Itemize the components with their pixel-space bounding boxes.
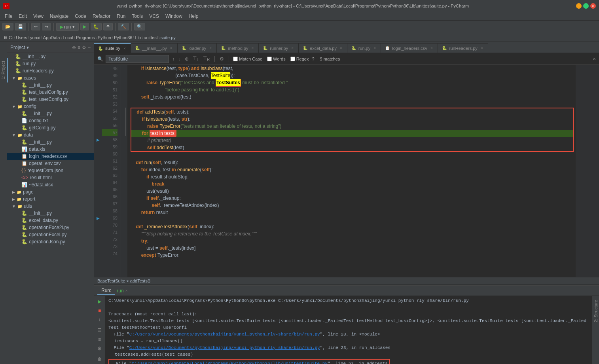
tree-item-reqdata-json[interactable]: { } requestData.json: [7, 167, 94, 174]
tab-excel-data-py[interactable]: 🐍 excel_data.py ×: [299, 43, 347, 53]
tree-item-config-init[interactable]: 🐍 __init__.py: [7, 110, 94, 117]
replace-button[interactable]: ⊤R: [202, 55, 210, 62]
tab-close-exceldata[interactable]: ×: [339, 46, 343, 50]
tree-folder-data[interactable]: ▼ 📁 data: [7, 131, 94, 138]
hide-icon[interactable]: −: [88, 45, 91, 50]
close-button[interactable]: ×: [590, 3, 596, 9]
menu-refactor[interactable]: Refactor: [89, 13, 114, 20]
tab-close-loader[interactable]: ×: [209, 46, 212, 50]
tab-run-py[interactable]: 🐍 run.py ×: [347, 43, 381, 53]
tree-folder-utils[interactable]: ▼ 📁 utils: [7, 203, 94, 210]
maximize-button[interactable]: □: [583, 3, 589, 9]
tab-runheaders-py[interactable]: 🐍 runHeaders.py ×: [438, 43, 488, 53]
words-option[interactable]: Words: [267, 57, 286, 61]
output-link-1[interactable]: C:/Users/yunxi/Documents/pythonzhaijing/…: [129, 332, 320, 337]
run-tab-close[interactable]: ×: [125, 288, 128, 293]
tree-item-opexce2l[interactable]: 🐍 operationExce2l.py: [7, 224, 94, 231]
window-controls[interactable]: − □ ×: [576, 3, 596, 9]
tree-item-excel-data[interactable]: 🐍 excel_data.py: [7, 217, 94, 224]
tab-close-runheaders[interactable]: ×: [480, 46, 484, 50]
menu-tools[interactable]: Tools: [129, 13, 146, 20]
undo-button[interactable]: ↩: [31, 23, 40, 30]
code-content[interactable]: if isinstance(test, type) and issubclass…: [127, 65, 575, 277]
redo-button[interactable]: ↪: [42, 23, 51, 30]
search-everywhere-button[interactable]: 🔍: [134, 23, 145, 30]
next-match-button[interactable]: ↓: [178, 56, 182, 62]
tab-method-py[interactable]: 🐍 method.py ×: [217, 43, 259, 53]
menu-edit[interactable]: Edit: [15, 13, 30, 20]
menu-code[interactable]: Code: [72, 13, 89, 20]
tab-close-logincsv[interactable]: ×: [430, 46, 434, 50]
tab-close-method[interactable]: ×: [250, 46, 254, 50]
tab-login-csv[interactable]: 📋 login_headers.csv ×: [381, 43, 438, 53]
menu-run[interactable]: Run: [114, 13, 129, 20]
tree-folder-config[interactable]: ▼ 📁 config: [7, 103, 94, 110]
minimize-button[interactable]: −: [576, 3, 582, 9]
run-play-button[interactable]: ▶: [96, 298, 104, 305]
filter-button[interactable]: ⊤T: [192, 55, 200, 62]
open-button[interactable]: 📂: [2, 23, 13, 30]
prev-match-button[interactable]: ↑: [171, 56, 175, 62]
tab-close-runner[interactable]: ×: [290, 46, 294, 50]
words-checkbox[interactable]: [267, 57, 272, 61]
search-settings-button[interactable]: ⚙: [219, 56, 225, 62]
run-fold-button[interactable]: ≡: [96, 336, 104, 343]
tree-item-getconfig[interactable]: 🐍 getConfig.py: [7, 124, 94, 131]
scope-icon[interactable]: ⊕: [72, 45, 76, 50]
tree-item-dollar-xlsx[interactable]: 📊 ~$data.xlsx: [7, 181, 94, 188]
tree-item-run[interactable]: 🐍 run.py: [7, 60, 94, 67]
tree-item-data-init[interactable]: 🐍 __init__.py: [7, 138, 94, 146]
tree-item-test-busi[interactable]: 🐍 test_busiConfig.py: [7, 89, 94, 96]
run-tab[interactable]: Run:: [97, 287, 115, 295]
match-case-option[interactable]: Match Case: [233, 57, 262, 61]
tree-item-data-xls[interactable]: 📊 data.xls: [7, 146, 94, 153]
tree-item-opjson[interactable]: 🐍 operationJson.py: [7, 238, 94, 245]
output-link-3[interactable]: C:/Users/yunxi/AppData/Local/Programs/Py…: [132, 361, 328, 364]
tree-item-login-csv[interactable]: 📋 login_headers.csv: [7, 153, 94, 160]
build-button[interactable]: 🔨: [118, 23, 129, 30]
project-tab[interactable]: 1: Project: [0, 58, 8, 82]
tree-item-utils-init[interactable]: 🐍 __init__.py: [7, 210, 94, 217]
regex-checkbox[interactable]: [290, 57, 295, 61]
run-button[interactable]: ▶: [80, 23, 89, 30]
run-scroll-down[interactable]: ↓: [96, 316, 104, 324]
menu-view[interactable]: View: [30, 13, 47, 20]
structure-tab-label[interactable]: 2: Structure: [592, 298, 599, 325]
tree-folder-report[interactable]: ▶ 📁 report: [7, 195, 94, 203]
run-trash-button[interactable]: 🗑: [96, 355, 104, 363]
tab-close-suite[interactable]: ×: [123, 46, 127, 51]
output-link-2[interactable]: C:/Users/yunxi/Documents/pythonzhaijing/…: [129, 345, 320, 350]
run-stop-button[interactable]: ■: [96, 307, 104, 315]
tab-loader-py[interactable]: 🐍 loader.py ×: [178, 43, 217, 53]
tree-item-cases-init[interactable]: 🐍 __init__.py: [7, 82, 94, 89]
tab-runner-py[interactable]: 🐍 runner.py ×: [259, 43, 299, 53]
run-filter-button[interactable]: ☰: [96, 326, 104, 334]
save-all-button[interactable]: 💾: [15, 23, 26, 30]
menu-vcs[interactable]: VCS: [146, 13, 162, 20]
search-input[interactable]: [106, 55, 169, 63]
menu-file[interactable]: File: [2, 13, 15, 20]
tab-close-run[interactable]: ×: [373, 46, 377, 50]
menu-window[interactable]: Window: [162, 13, 186, 20]
collapse-icon[interactable]: ≡: [78, 45, 80, 50]
tree-item-operat-csv[interactable]: 📋 operat_env.csv: [7, 160, 94, 167]
regex-option[interactable]: Regex: [290, 57, 309, 61]
tab-suite-py[interactable]: 🐍 suite.py ×: [94, 43, 131, 53]
tree-item-init[interactable]: 🐍 __init__.py: [7, 53, 94, 60]
search-close-button[interactable]: ×: [593, 56, 596, 62]
run-config-button[interactable]: ▶ run ▼: [56, 23, 79, 31]
tree-item-runheaders[interactable]: 🐍 runHeaders.py: [7, 67, 94, 74]
find-occurrences-button[interactable]: ⊕: [184, 56, 190, 62]
tree-item-config-txt[interactable]: 📄 config.txt: [7, 117, 94, 124]
tab-main-py[interactable]: 🐍 __main__.py ×: [131, 43, 178, 53]
debug-button[interactable]: 🐛: [91, 23, 102, 30]
tree-item-result-html[interactable]: </> result.html: [7, 174, 94, 181]
tree-item-opexcel[interactable]: 🐍 operationExcel.py: [7, 231, 94, 238]
tree-folder-page[interactable]: ▶ 📁 page: [7, 188, 94, 195]
tab-close-main[interactable]: ×: [169, 46, 173, 50]
settings-icon[interactable]: ⚙: [82, 45, 86, 50]
coverage-button[interactable]: ☂: [103, 23, 113, 30]
menu-help[interactable]: Help: [186, 13, 202, 20]
menu-navigate[interactable]: Navigate: [47, 13, 72, 20]
tree-item-test-user[interactable]: 🐍 test_userConfig.py: [7, 96, 94, 103]
